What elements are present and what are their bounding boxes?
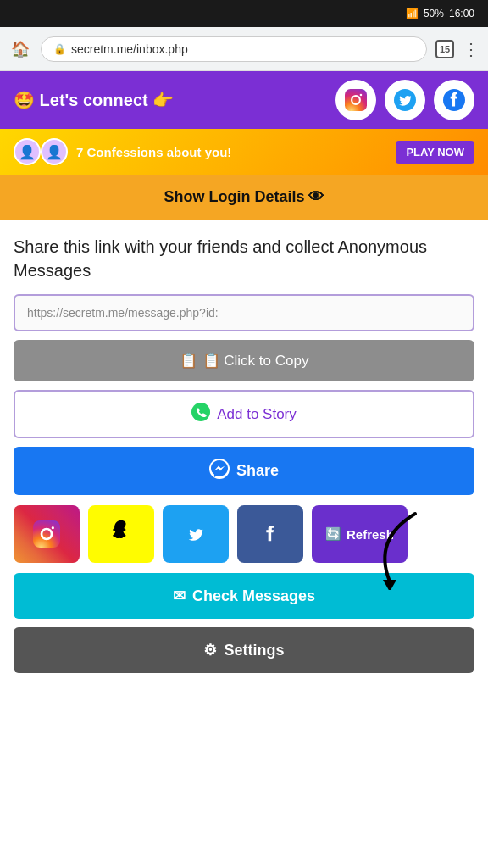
share-description: Share this link with your friends and co… — [14, 220, 474, 294]
svg-rect-0 — [345, 89, 367, 111]
twitter-circle[interactable] — [385, 80, 425, 120]
lock-icon: 🔒 — [53, 43, 66, 55]
story-label: Add to Story — [217, 406, 297, 423]
share-url-input[interactable]: https://secretm.me/message.php?id: — [14, 294, 474, 331]
settings-label: Settings — [224, 642, 284, 659]
time-text: 16:00 — [449, 8, 474, 19]
battery-text: 50% — [424, 8, 444, 19]
share-messenger-button[interactable]: Share — [14, 447, 474, 495]
ad-banner: 👤 👤 7 Confessions about you! PLAY NOW — [0, 129, 488, 175]
menu-dots-icon[interactable]: ⋮ — [463, 39, 480, 59]
settings-icon: ⚙ — [203, 641, 217, 659]
facebook-share-button[interactable] — [237, 505, 303, 563]
ad-avatar-2: 👤 — [41, 138, 68, 165]
whatsapp-icon — [191, 403, 210, 426]
mail-icon: ✉ — [173, 587, 186, 605]
url-text: secretm.me/inbox.php — [71, 42, 188, 56]
url-bar[interactable]: 🔒 secretm.me/inbox.php — [41, 36, 427, 62]
ad-text: 7 Confessions about you! — [76, 145, 387, 159]
ad-avatars: 👤 👤 — [14, 138, 68, 165]
home-button[interactable]: 🏠 — [8, 37, 32, 61]
svg-point-9 — [52, 526, 54, 529]
click-to-copy-button[interactable]: 📋 📋 Click to Copy — [14, 340, 474, 381]
settings-button[interactable]: ⚙ Settings — [14, 627, 474, 673]
share-label: Share — [236, 462, 279, 480]
svg-marker-10 — [383, 580, 396, 590]
connect-text: 🤩 Let's connect 👉 — [14, 90, 327, 110]
signal-icon: 📶 — [406, 8, 419, 19]
connect-banner: 🤩 Let's connect 👉 — [0, 71, 488, 129]
check-messages-label: Check Messages — [192, 587, 315, 605]
ad-avatar-1: 👤 — [14, 138, 41, 165]
svg-rect-7 — [33, 520, 60, 548]
show-login-details-button[interactable]: Show Login Details 👁 — [0, 175, 488, 220]
svg-point-5 — [191, 403, 210, 421]
instagram-circle[interactable] — [336, 80, 376, 120]
add-to-story-button[interactable]: Add to Story — [14, 390, 474, 438]
snapchat-share-button[interactable] — [88, 505, 154, 563]
instagram-share-button[interactable] — [14, 505, 80, 563]
copy-icon: 📋 — [180, 352, 197, 370]
status-bar: 📶 50% 16:00 — [0, 0, 488, 27]
messenger-icon — [209, 459, 230, 483]
svg-point-2 — [360, 94, 363, 97]
tab-count[interactable]: 15 — [435, 40, 454, 58]
browser-bar: 🏠 🔒 secretm.me/inbox.php 15 ⋮ — [0, 27, 488, 71]
refresh-icon: 🔄 — [325, 526, 341, 542]
play-now-button[interactable]: PLAY NOW — [396, 141, 474, 164]
main-content: Share this link with your friends and co… — [0, 220, 488, 673]
facebook-circle[interactable] — [434, 80, 474, 120]
copy-label: 📋 Click to Copy — [202, 352, 309, 370]
twitter-share-button[interactable] — [163, 505, 229, 563]
